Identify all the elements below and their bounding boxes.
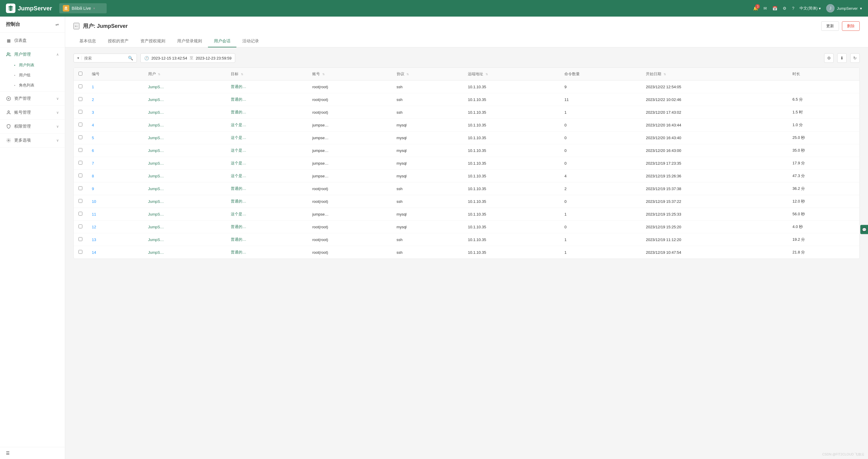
cell-user[interactable]: JumpS… <box>144 246 226 259</box>
sidebar-subitem-role-list[interactable]: 角色列表 <box>0 80 65 90</box>
update-button[interactable]: 更新 <box>821 21 839 31</box>
tab-activity-log[interactable]: 活动记录 <box>237 36 265 47</box>
cell-duration: 1.5 时 <box>788 106 860 119</box>
settings-icon-btn[interactable]: ⚙ <box>824 53 834 63</box>
cell-no[interactable]: 14 <box>87 246 144 259</box>
cell-target[interactable]: 这个是… <box>226 157 308 170</box>
cell-target[interactable]: 普通的… <box>226 221 308 233</box>
cell-target[interactable]: 这个是… <box>226 208 308 221</box>
row-checkbox[interactable] <box>79 148 82 152</box>
sidebar-subitem-user-list[interactable]: 用户列表 <box>0 60 65 70</box>
sidebar-item-user-mgmt[interactable]: 用户管理 ∧ <box>0 49 65 60</box>
row-checkbox[interactable] <box>79 212 82 216</box>
cell-user[interactable]: JumpS… <box>144 131 226 144</box>
help-btn[interactable]: ? <box>792 6 794 11</box>
row-checkbox[interactable] <box>79 250 82 254</box>
cell-user[interactable]: JumpS… <box>144 119 226 131</box>
cell-no[interactable]: 11 <box>87 208 144 221</box>
notification-btn[interactable]: 🔔 3 <box>753 6 758 11</box>
sidebar-item-dashboard[interactable]: ▦ 仪表盘 <box>0 35 65 46</box>
row-checkbox[interactable] <box>79 186 82 190</box>
sidebar-item-perm-mgmt[interactable]: 权限管理 ∨ <box>0 121 65 132</box>
row-checkbox[interactable] <box>79 237 82 241</box>
cell-target[interactable]: 普通的… <box>226 93 308 106</box>
feedback-button[interactable]: 💬 <box>860 225 868 234</box>
cell-target[interactable]: 普通的… <box>226 233 308 246</box>
cell-protocol: mysql <box>392 157 463 170</box>
sidebar-subitem-user-group[interactable]: 用户组 <box>0 70 65 80</box>
row-checkbox[interactable] <box>79 85 82 88</box>
search-input[interactable] <box>84 56 126 60</box>
cell-no[interactable]: 1 <box>87 80 144 93</box>
cell-user[interactable]: JumpS… <box>144 183 226 195</box>
org-selector[interactable]: 昆 Bilibili Live ▾ <box>59 3 107 13</box>
refresh-icon-btn[interactable]: ↻ <box>850 53 860 63</box>
cell-no[interactable]: 2 <box>87 93 144 106</box>
cell-no[interactable]: 10 <box>87 195 144 208</box>
cell-target[interactable]: 这个是… <box>226 131 308 144</box>
cell-user[interactable]: JumpS… <box>144 157 226 170</box>
cell-user[interactable]: JumpS… <box>144 221 226 233</box>
sidebar-item-more-options[interactable]: 更多选项 ∨ <box>0 135 65 146</box>
download-icon-btn[interactable]: ⬇ <box>837 53 847 63</box>
cell-target[interactable]: 这个是… <box>226 144 308 157</box>
calendar-btn[interactable]: 📅 <box>772 6 777 11</box>
row-checkbox[interactable] <box>79 161 82 165</box>
user-menu[interactable]: J JumpServer ▾ <box>826 4 862 12</box>
table-row: 10 JumpS… 普通的… root(root) ssh 10.1.10.35… <box>74 195 860 208</box>
delete-button[interactable]: 删除 <box>842 21 860 31</box>
row-checkbox[interactable] <box>79 225 82 228</box>
cell-target[interactable]: 这个是… <box>226 119 308 131</box>
cell-target[interactable]: 普通的… <box>226 106 308 119</box>
cell-no[interactable]: 3 <box>87 106 144 119</box>
tab-asset-auth-rules[interactable]: 资产授权规则 <box>134 36 171 47</box>
row-checkbox[interactable] <box>79 110 82 114</box>
cell-no[interactable]: 13 <box>87 233 144 246</box>
cell-user[interactable]: JumpS… <box>144 80 226 93</box>
settings-btn[interactable]: ⚙ <box>783 6 786 11</box>
cell-target[interactable]: 普通的… <box>226 246 308 259</box>
row-checkbox[interactable] <box>79 173 82 177</box>
cell-start-date: 2023/12/20 16:43:00 <box>641 144 788 157</box>
cell-target[interactable]: 普通的… <box>226 195 308 208</box>
cell-target[interactable]: 这个是… <box>226 170 308 183</box>
row-checkbox[interactable] <box>79 97 82 101</box>
cell-no[interactable]: 12 <box>87 221 144 233</box>
row-checkbox[interactable] <box>79 135 82 139</box>
tab-user-sessions[interactable]: 用户会话 <box>208 36 237 47</box>
cell-no[interactable]: 9 <box>87 183 144 195</box>
sidebar-toggle-btn[interactable]: ⇌ <box>55 22 59 27</box>
cell-no[interactable]: 6 <box>87 144 144 157</box>
sidebar-item-account-mgmt[interactable]: 账号管理 ∨ <box>0 107 65 118</box>
sidebar-item-asset-mgmt[interactable]: 资产管理 ∨ <box>0 93 65 104</box>
cell-user[interactable]: JumpS… <box>144 106 226 119</box>
row-checkbox[interactable] <box>79 199 82 203</box>
tab-user-login-rules[interactable]: 用户登录规则 <box>171 36 208 47</box>
cell-user[interactable]: JumpS… <box>144 170 226 183</box>
cell-target[interactable]: 普通的… <box>226 183 308 195</box>
cell-user[interactable]: JumpS… <box>144 208 226 221</box>
cell-user[interactable]: JumpS… <box>144 144 226 157</box>
cell-protocol: ssh <box>392 80 463 93</box>
cell-user[interactable]: JumpS… <box>144 195 226 208</box>
cell-user[interactable]: JumpS… <box>144 233 226 246</box>
user-list-label: 用户列表 <box>19 63 34 68</box>
cell-account: root(root) <box>308 195 392 208</box>
search-filter-dropdown[interactable]: ▾ <box>77 56 82 60</box>
cell-no[interactable]: 8 <box>87 170 144 183</box>
back-button[interactable]: ← <box>73 23 80 29</box>
row-checkbox[interactable] <box>79 123 82 126</box>
select-all-checkbox[interactable] <box>79 72 82 75</box>
cell-no[interactable]: 4 <box>87 119 144 131</box>
cell-cmd-count: 2 <box>560 183 641 195</box>
cell-no[interactable]: 5 <box>87 131 144 144</box>
cell-no[interactable]: 7 <box>87 157 144 170</box>
cell-target[interactable]: 普通的… <box>226 80 308 93</box>
mail-btn[interactable]: ✉ <box>764 6 767 11</box>
date-range-picker[interactable]: 🕐 2023-12-15 13:42:54 至 2023-12-23 23:59… <box>141 53 235 63</box>
tab-authorized-assets[interactable]: 授权的资产 <box>102 36 134 47</box>
language-selector[interactable]: 中文(简体) ▾ <box>800 6 821 11</box>
tab-basic-info[interactable]: 基本信息 <box>73 36 102 47</box>
cell-user[interactable]: JumpS… <box>144 93 226 106</box>
table-row: 14 JumpS… 普通的… root(root) ssh 10.1.10.35… <box>74 246 860 259</box>
